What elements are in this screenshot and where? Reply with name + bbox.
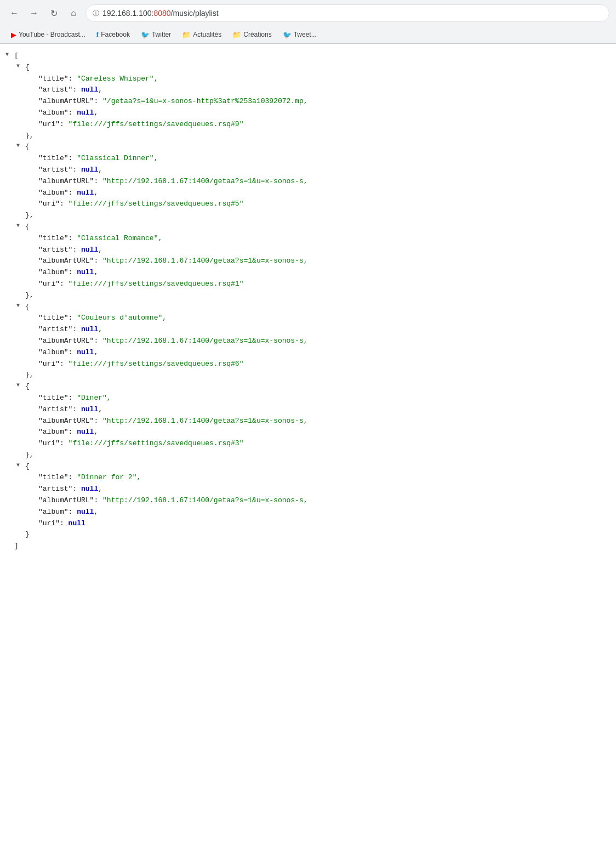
- json-item-0-album: "album": null,: [0, 107, 616, 119]
- json-item-1-uri: "uri": "file:///jffs/settings/savedqueue…: [0, 198, 616, 210]
- item-3-toggle[interactable]: ▼: [16, 302, 24, 309]
- json-item-3-artist: "artist": null,: [0, 324, 616, 336]
- twitter2-icon: 🐦: [283, 31, 292, 39]
- address-host: 192.168.1.100: [102, 9, 152, 18]
- bookmark-tweet-label: Tweet...: [294, 31, 317, 38]
- bookmark-youtube[interactable]: ▶ YouTube - Broadcast...: [7, 29, 90, 41]
- browser-chrome: ← → ↻ ⌂ ⓘ 192.168.1.100:8080/music/playl…: [0, 0, 616, 44]
- json-item-3-close: },: [0, 370, 616, 381]
- json-item-1-close: },: [0, 210, 616, 222]
- json-item-2-artist: "artist": null,: [0, 245, 616, 256]
- bookmark-facebook[interactable]: f Facebook: [92, 29, 134, 41]
- bookmark-facebook-label: Facebook: [101, 31, 130, 38]
- json-item-1-albumarturl: "albumArtURL": "http://192.168.1.67:1400…: [0, 176, 616, 188]
- item-2-toggle[interactable]: ▼: [16, 222, 24, 229]
- json-item-3-open: ▼{: [0, 302, 616, 313]
- json-content: ▼ [ ▼{"title": "Careless Whisper","artis…: [0, 44, 616, 559]
- json-item-5-artist: "artist": null,: [0, 484, 616, 495]
- item-0-toggle[interactable]: ▼: [16, 62, 24, 70]
- facebook-icon: f: [96, 30, 99, 39]
- json-item-2-albumarturl: "albumArtURL": "http://192.168.1.67:1400…: [0, 256, 616, 267]
- json-item-1-title: "title": "Classical Dinner",: [0, 153, 616, 164]
- json-item-2-close: },: [0, 290, 616, 302]
- json-item-4-close: },: [0, 450, 616, 461]
- json-item-1-open: ▼{: [0, 141, 616, 153]
- json-item-0-uri: "uri": "file:///jffs/settings/savedqueue…: [0, 119, 616, 130]
- json-item-5-close: }: [0, 529, 616, 541]
- bookmark-creations[interactable]: 📁 Créations: [228, 29, 276, 41]
- reload-button[interactable]: ↻: [46, 5, 61, 21]
- json-item-2-title: "title": "Classical Romance",: [0, 233, 616, 245]
- address-path: /music/playlist: [171, 9, 219, 18]
- nav-bar: ← → ↻ ⌂ ⓘ 192.168.1.100:8080/music/playl…: [0, 0, 616, 26]
- address-port: :8080: [152, 9, 171, 18]
- json-item-4-albumarturl: "albumArtURL": "http://192.168.1.67:1400…: [0, 416, 616, 427]
- json-root-open: ▼ [: [0, 50, 616, 62]
- youtube-icon: ▶: [11, 31, 16, 39]
- json-item-5-uri: "uri": null: [0, 518, 616, 530]
- json-item-5-open: ▼{: [0, 461, 616, 473]
- bookmark-creations-label: Créations: [243, 31, 271, 38]
- bookmark-twitter-label: Twitter: [152, 31, 171, 38]
- bookmark-tweet[interactable]: 🐦 Tweet...: [278, 29, 321, 41]
- item-4-toggle[interactable]: ▼: [16, 381, 24, 389]
- json-items-container: ▼{"title": "Careless Whisper","artist": …: [0, 62, 616, 541]
- json-item-4-album: "album": null,: [0, 427, 616, 438]
- root-toggle[interactable]: ▼: [5, 50, 13, 58]
- address-text: 192.168.1.100:8080/music/playlist: [102, 9, 219, 18]
- json-item-3-title: "title": "Couleurs d'automne",: [0, 313, 616, 324]
- json-item-4-uri: "uri": "file:///jffs/settings/savedqueue…: [0, 438, 616, 450]
- folder-actualites-icon: 📁: [182, 31, 191, 39]
- json-item-0-close: },: [0, 130, 616, 142]
- back-button[interactable]: ←: [7, 5, 22, 21]
- json-item-4-artist: "artist": null,: [0, 404, 616, 416]
- json-item-5-album: "album": null,: [0, 507, 616, 518]
- bookmark-actualites[interactable]: 📁 Actualités: [178, 29, 226, 41]
- twitter-icon: 🐦: [141, 31, 150, 39]
- json-item-2-album: "album": null,: [0, 267, 616, 279]
- forward-button[interactable]: →: [26, 5, 42, 21]
- json-item-3-albumarturl: "albumArtURL": "http://192.168.1.67:1400…: [0, 336, 616, 347]
- json-root-close: ]: [0, 541, 616, 552]
- bookmarks-bar: ▶ YouTube - Broadcast... f Facebook 🐦 Tw…: [0, 26, 616, 43]
- json-item-0-open: ▼{: [0, 62, 616, 73]
- bookmark-twitter[interactable]: 🐦 Twitter: [136, 29, 175, 41]
- json-item-4-title: "title": "Diner",: [0, 393, 616, 404]
- item-1-toggle[interactable]: ▼: [16, 141, 24, 149]
- folder-creations-icon: 📁: [232, 31, 241, 39]
- json-item-0-albumarturl: "albumArtURL": "/getaa?s=1&u=x-sonos-htt…: [0, 96, 616, 107]
- json-item-0-title: "title": "Careless Whisper",: [0, 73, 616, 85]
- json-item-1-artist: "artist": null,: [0, 164, 616, 176]
- json-item-4-open: ▼{: [0, 381, 616, 393]
- json-item-5-title: "title": "Dinner for 2",: [0, 472, 616, 484]
- home-button[interactable]: ⌂: [66, 5, 81, 21]
- json-item-5-albumarturl: "albumArtURL": "http://192.168.1.67:1400…: [0, 495, 616, 507]
- json-item-3-album: "album": null,: [0, 347, 616, 359]
- json-item-1-album: "album": null,: [0, 188, 616, 199]
- json-item-2-open: ▼{: [0, 222, 616, 233]
- json-item-2-uri: "uri": "file:///jffs/settings/savedqueue…: [0, 279, 616, 290]
- lock-icon: ⓘ: [93, 9, 99, 18]
- item-5-toggle[interactable]: ▼: [16, 461, 24, 469]
- address-bar[interactable]: ⓘ 192.168.1.100:8080/music/playlist: [85, 4, 609, 22]
- json-item-3-uri: "uri": "file:///jffs/settings/savedqueue…: [0, 359, 616, 370]
- json-item-0-artist: "artist": null,: [0, 84, 616, 96]
- bookmark-youtube-label: YouTube - Broadcast...: [19, 31, 85, 38]
- bookmark-actualites-label: Actualités: [193, 31, 221, 38]
